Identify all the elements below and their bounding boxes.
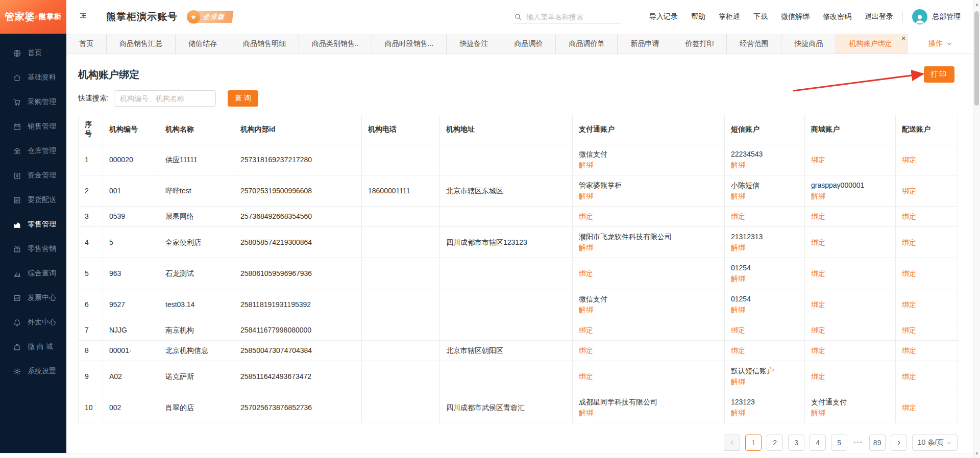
tab-9[interactable]: 新品申请: [618, 34, 672, 54]
top-menu-item-5[interactable]: 修改密码: [823, 12, 851, 21]
quick-search-input[interactable]: [114, 90, 216, 107]
sidebar-item-dispatch[interactable]: 要货配送: [0, 188, 66, 212]
tab-2[interactable]: 储值结存: [176, 34, 230, 54]
prev-page-button[interactable]: [724, 435, 740, 451]
tab-1[interactable]: 商品销售汇总: [107, 34, 176, 54]
bind-link[interactable]: 绑定: [902, 299, 916, 310]
bind-link[interactable]: 绑定: [902, 237, 916, 248]
tab-label: 机构账户绑定: [849, 39, 892, 47]
top-menu-item-0[interactable]: 导入记录: [649, 12, 678, 21]
account-name: 01254: [731, 263, 798, 273]
unbind-link[interactable]: 解绑: [579, 160, 593, 170]
unbind-link[interactable]: 解绑: [579, 242, 593, 253]
scrollbar-thumb[interactable]: [974, 11, 979, 106]
org-code: 9527: [103, 289, 159, 320]
sidebar-item-mall[interactable]: 微 商 城: [0, 335, 66, 359]
unbind-link[interactable]: 解绑: [811, 408, 825, 418]
tab-6[interactable]: 快捷备注: [447, 34, 501, 54]
tab-13-active[interactable]: 机构账户绑定×: [836, 34, 908, 54]
query-button[interactable]: 查 询: [228, 90, 258, 107]
unbind-link[interactable]: 解绑: [731, 273, 745, 284]
bind-link[interactable]: 绑定: [811, 211, 825, 222]
bind-link[interactable]: 绑定: [579, 211, 593, 222]
bind-link[interactable]: 绑定: [902, 325, 916, 336]
top-menu-item-6[interactable]: 退出登录: [865, 12, 893, 21]
bind-link[interactable]: 绑定: [579, 268, 593, 279]
unbind-link[interactable]: 解绑: [579, 304, 593, 315]
bind-link[interactable]: 绑定: [902, 402, 916, 413]
collapse-menu-icon[interactable]: [79, 11, 90, 22]
bind-link[interactable]: 绑定: [731, 211, 745, 222]
unbind-link[interactable]: 解绑: [731, 242, 745, 253]
bind-link[interactable]: 绑定: [902, 371, 916, 382]
sidebar-item-warehouse[interactable]: 仓库管理: [0, 139, 66, 163]
bind-link[interactable]: 绑定: [811, 345, 825, 356]
bind-link[interactable]: 绑定: [811, 299, 825, 310]
sidebar-item-purchase[interactable]: 采购管理: [0, 90, 66, 114]
bind-link[interactable]: 绑定: [902, 155, 916, 165]
unbind-link[interactable]: 解绑: [579, 408, 593, 418]
bind-link[interactable]: 绑定: [579, 371, 593, 382]
bind-link[interactable]: 绑定: [811, 155, 825, 165]
unbind-link[interactable]: 解绑: [811, 191, 825, 201]
sidebar-item-funds[interactable]: 资金管理: [0, 163, 66, 188]
page-button-89[interactable]: 89: [869, 435, 886, 451]
unbind-link[interactable]: 解绑: [731, 304, 745, 315]
tab-3[interactable]: 商品销售明细: [230, 34, 299, 54]
bind-link[interactable]: 绑定: [731, 345, 745, 356]
next-page-button[interactable]: [891, 435, 907, 451]
page-button-5[interactable]: 5: [831, 435, 847, 451]
sidebar-item-marketing[interactable]: 零售营销: [0, 237, 66, 261]
bind-link[interactable]: 绑定: [811, 237, 825, 248]
unbind-link[interactable]: 解绑: [731, 191, 745, 201]
tab-4[interactable]: 商品类别销售..: [299, 34, 372, 54]
table-row: 7NJJG南京机构258411677998080000绑定绑定绑定绑定: [79, 320, 958, 341]
top-menu-item-2[interactable]: 掌柜通: [719, 12, 740, 21]
tab-8[interactable]: 商品调价单: [556, 34, 618, 54]
bind-link[interactable]: 绑定: [811, 268, 825, 279]
sidebar-item-settings[interactable]: 系统设置: [0, 359, 66, 384]
print-button[interactable]: 打印: [924, 66, 954, 83]
sidebar-item-sales[interactable]: 销售管理: [0, 114, 66, 139]
bind-link[interactable]: 绑定: [579, 345, 593, 356]
page-button-2[interactable]: 2: [767, 435, 783, 451]
tab-12[interactable]: 快捷商品: [781, 34, 836, 54]
tab-7[interactable]: 商品调价: [501, 34, 556, 54]
page-button-1[interactable]: 1: [745, 435, 762, 451]
unbind-link[interactable]: 解绑: [731, 160, 745, 170]
page-button-4[interactable]: 4: [810, 435, 826, 451]
tab-5[interactable]: 商品时段销售...: [372, 34, 447, 54]
top-menu-item-1[interactable]: 帮助: [691, 12, 705, 21]
sidebar-item-home[interactable]: 首页: [0, 41, 66, 65]
scroll-down-icon[interactable]: ▼: [973, 451, 980, 456]
action-dropdown[interactable]: 操作: [908, 34, 973, 54]
tab-0[interactable]: 首页: [66, 34, 107, 54]
unbind-link[interactable]: 解绑: [579, 191, 593, 201]
bind-link[interactable]: 绑定: [902, 186, 916, 196]
unbind-link[interactable]: 解绑: [731, 376, 745, 387]
sidebar-item-invoice[interactable]: 发票中心: [0, 286, 66, 310]
bind-link[interactable]: 绑定: [579, 325, 593, 336]
scroll-up-icon[interactable]: ▲: [973, 2, 980, 7]
menu-search-input[interactable]: [526, 13, 620, 21]
row-seq: 9: [79, 361, 103, 392]
bind-link[interactable]: 绑定: [731, 325, 745, 336]
sidebar-item-basic[interactable]: 基础资料: [0, 65, 66, 90]
sidebar-item-takeout[interactable]: 外卖中心: [0, 310, 66, 335]
close-icon[interactable]: ×: [901, 34, 906, 42]
user-menu[interactable]: 总部管理: [912, 9, 961, 24]
page-size-select[interactable]: 10 条/页: [912, 435, 958, 451]
bind-link[interactable]: 绑定: [902, 345, 916, 356]
bind-link[interactable]: 绑定: [811, 325, 825, 336]
unbind-link[interactable]: 解绑: [731, 408, 745, 418]
tab-11[interactable]: 经营范围: [727, 34, 781, 54]
bind-link[interactable]: 绑定: [902, 211, 916, 222]
sidebar-item-retail[interactable]: 零售管理: [0, 212, 66, 237]
top-menu-item-4[interactable]: 微信解绑: [781, 12, 810, 21]
bind-link[interactable]: 绑定: [811, 371, 825, 382]
bind-link[interactable]: 绑定: [902, 268, 916, 279]
tab-10[interactable]: 价签打印: [672, 34, 727, 54]
top-menu-item-3[interactable]: 下载: [753, 12, 768, 21]
sidebar-item-query[interactable]: 综合查询: [0, 261, 66, 286]
page-button-3[interactable]: 3: [788, 435, 804, 451]
